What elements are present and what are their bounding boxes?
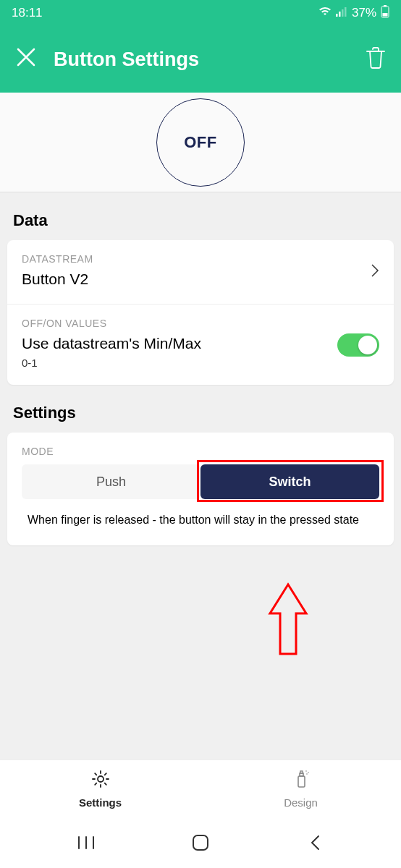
settings-card: MODE Push Switch When finger is released… [7,433,394,545]
mode-segmented: Push Switch [22,464,379,499]
data-card: DATASTREAM Button V2 OFF/ON VALUES Use d… [7,240,394,385]
close-icon[interactable] [16,46,36,73]
datastream-row[interactable]: DATASTREAM Button V2 [7,240,394,304]
status-time: 18:11 [12,6,43,20]
svg-point-13 [306,773,308,775]
nav-back[interactable] [293,834,337,851]
datastream-label: DATASTREAM [22,253,379,265]
mode-option-push[interactable]: Push [22,464,200,499]
chevron-right-icon [371,263,379,281]
offon-value: Use datastream's Min/Max [22,335,379,352]
tab-design-label: Design [284,796,318,809]
mode-label: MODE [22,446,379,457]
arrow-annotation [266,582,311,663]
svg-rect-2 [342,9,344,17]
svg-rect-5 [384,5,387,7]
datastream-value: Button V2 [22,271,379,288]
battery-icon [381,5,389,22]
svg-rect-6 [383,13,388,17]
svg-point-12 [308,772,309,773]
mode-row: MODE Push Switch When finger is released… [7,433,394,545]
android-nav-bar [0,817,401,868]
tab-design[interactable]: Design [200,760,401,817]
preview-button[interactable]: OFF [156,98,245,187]
battery-percent: 37% [352,6,376,20]
svg-rect-10 [300,771,303,773]
offon-range: 0-1 [22,357,379,369]
svg-point-11 [305,770,307,772]
offon-label: OFF/ON VALUES [22,318,379,329]
mode-option-switch[interactable]: Switch [200,464,379,499]
button-preview: OFF [0,93,401,192]
tab-settings[interactable]: Settings [0,760,200,817]
bottom-tabs: Settings Design [0,760,401,817]
mode-description: When finger is released - the button wil… [22,512,379,528]
svg-rect-1 [339,12,341,17]
toggle-knob [358,336,377,354]
preview-state-label: OFF [184,133,217,152]
trash-icon[interactable] [366,47,385,72]
svg-rect-8 [298,776,305,787]
svg-rect-0 [336,14,338,17]
section-label-data: Data [0,192,401,240]
status-right: 37% [318,5,389,22]
svg-point-7 [98,776,104,782]
section-label-settings: Settings [0,385,401,433]
nav-home[interactable] [179,833,222,852]
svg-rect-17 [193,835,208,850]
gear-icon [90,769,111,792]
tab-settings-label: Settings [79,796,122,809]
signal-icon [336,6,347,20]
nav-recents[interactable] [64,835,108,850]
wifi-icon [318,6,332,20]
offon-values-row: OFF/ON VALUES Use datastream's Min/Max 0… [7,304,394,385]
spray-icon [291,769,311,792]
status-bar: 18:11 37% [0,0,401,26]
page-title: Button Settings [54,48,349,71]
offon-toggle[interactable] [337,333,379,357]
svg-rect-3 [345,7,347,17]
app-header: Button Settings [0,26,401,93]
